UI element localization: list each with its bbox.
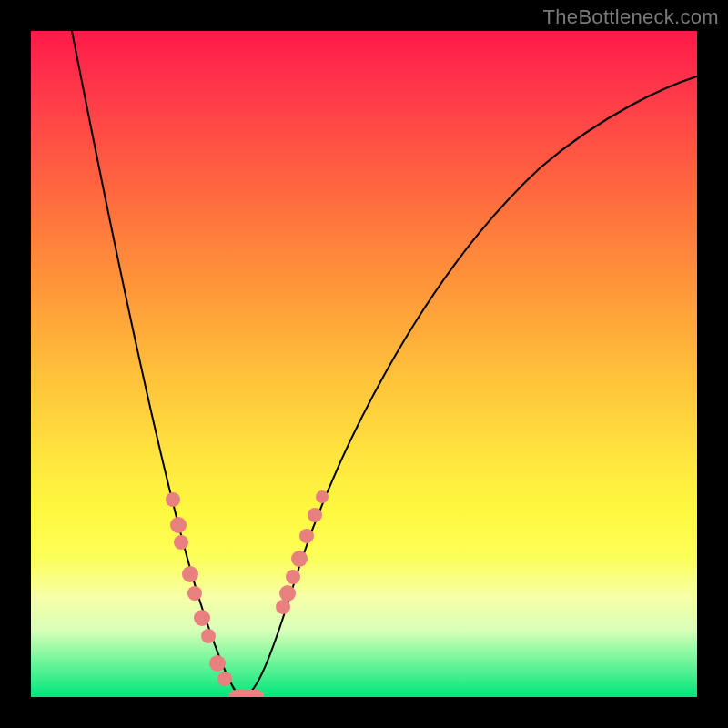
data-marker [279,585,296,602]
markers-left-group [166,492,232,686]
data-marker [276,600,290,614]
right-curve [242,76,697,697]
left-curve [72,31,242,697]
data-marker [209,655,226,672]
data-marker [174,535,188,550]
chart-svg [31,31,697,697]
data-marker [308,508,322,522]
data-marker [316,490,329,503]
data-marker [166,492,180,507]
data-marker [286,570,300,584]
outer-frame: TheBottleneck.com [0,0,728,728]
data-marker [291,551,308,567]
data-marker [194,610,210,626]
plot-area [31,31,697,697]
data-marker [299,529,314,543]
data-marker [187,586,202,601]
data-marker [217,672,232,686]
bottom-pill-marker [229,690,264,697]
data-marker [201,629,216,643]
data-marker [170,517,187,533]
data-marker [182,566,198,582]
watermark-text: TheBottleneck.com [543,5,719,29]
